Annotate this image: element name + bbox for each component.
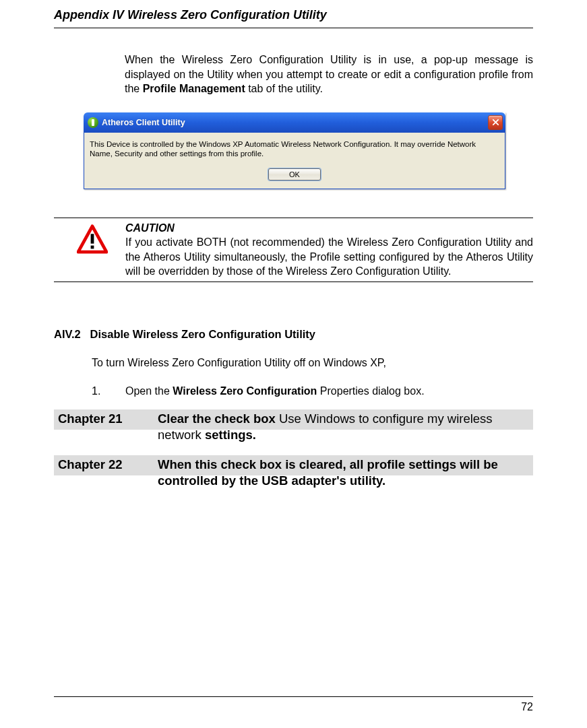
section-title: Disable Wireless Zero Configuration Util… [90, 328, 316, 340]
dialog-message: This Device is controlled by the Windows… [90, 139, 499, 159]
app-icon [88, 117, 98, 128]
step-pre: Open the [125, 385, 173, 397]
intro-paragraph: When the Wireless Zero Configuration Uti… [125, 53, 533, 96]
c22-text: When this check box is cleared, all prof… [158, 457, 498, 488]
step-1: 1. Open the Wireless Zero Configuration … [92, 385, 533, 397]
header-title: Appendix IV Wireless Zero Configuration … [54, 8, 327, 22]
step-post: Properties dialog box. [317, 385, 424, 397]
intro-post: tab of the utility. [245, 83, 323, 94]
chapter-21-body: Clear the check box Use Windows to confi… [158, 409, 533, 447]
dialog-client-area: This Device is controlled by the Windows… [84, 133, 505, 189]
caution-label: CAUTION [125, 221, 533, 236]
svg-rect-2 [91, 245, 94, 249]
dialog-titlebar: Atheros Client Utility [84, 112, 505, 133]
dialog-title: Atheros Client Utility [102, 118, 488, 127]
intro-bold: Profile Management [143, 83, 245, 94]
chapter-22-body: When this check box is cleared, all prof… [158, 455, 533, 493]
page-number: 72 [521, 701, 533, 713]
step-number: 1. [92, 385, 125, 397]
section-intro: To turn Wireless Zero Configuration Util… [92, 356, 533, 370]
chapter-21-label: Chapter 21 [54, 409, 158, 430]
c21-b1: Clear the check box [158, 411, 279, 426]
chapter-21-row: Chapter 21 Clear the check box Use Windo… [54, 409, 533, 447]
warning-icon [77, 224, 109, 257]
section-heading: AIV.2 Disable Wireless Zero Configuratio… [54, 328, 533, 341]
caution-block: CAUTION If you activate BOTH (not recomm… [54, 218, 533, 282]
chapter-22-row: Chapter 22 When this check box is cleare… [54, 455, 533, 493]
step-bold: Wireless Zero Configuration [173, 385, 317, 397]
dialog-window: Atheros Client Utility This Device is co… [84, 112, 505, 189]
chapter-22-label: Chapter 22 [54, 455, 158, 475]
c21-b2: settings. [202, 428, 256, 442]
dialog-screenshot: Atheros Client Utility This Device is co… [84, 112, 533, 189]
close-icon[interactable] [488, 115, 503, 130]
caution-body: If you activate BOTH (not recommended) t… [125, 236, 533, 277]
caution-text: CAUTION If you activate BOTH (not recomm… [125, 221, 533, 279]
page-header: Appendix IV Wireless Zero Configuration … [54, 0, 533, 28]
ok-button[interactable]: OK [268, 168, 321, 180]
step-body: Open the Wireless Zero Configuration Pro… [125, 385, 425, 397]
page-footer: 72 [54, 696, 533, 713]
section-number: AIV.2 [54, 328, 81, 340]
svg-rect-1 [91, 234, 94, 243]
